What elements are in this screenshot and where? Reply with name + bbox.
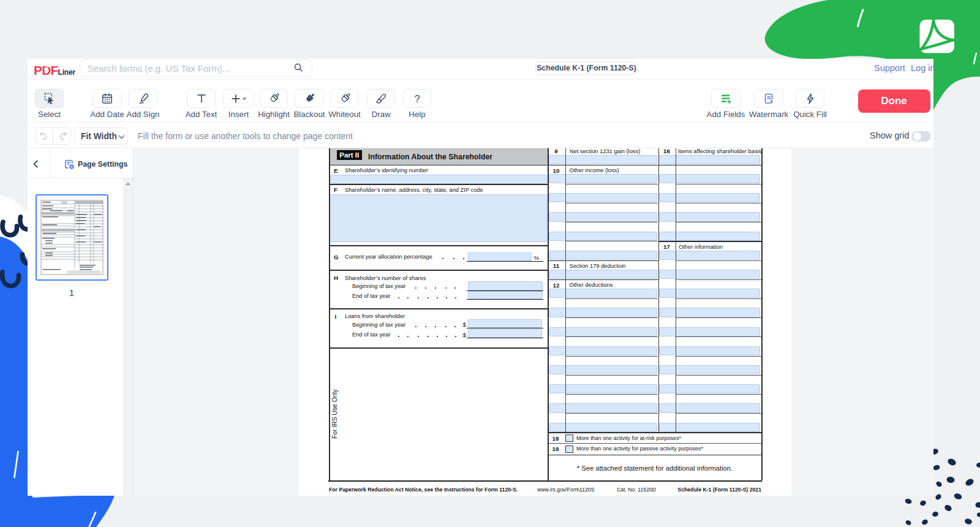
svg-text:?: ? [414,93,420,104]
